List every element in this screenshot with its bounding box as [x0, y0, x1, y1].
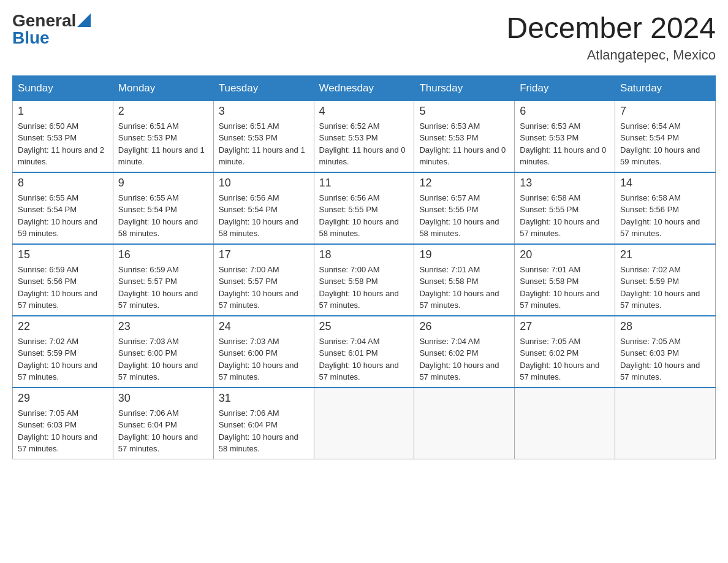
calendar-cell: 1Sunrise: 6:50 AMSunset: 5:53 PMDaylight… — [13, 101, 113, 172]
logo-blue: Blue — [12, 28, 50, 47]
calendar-cell: 9Sunrise: 6:55 AMSunset: 5:54 PMDaylight… — [113, 172, 213, 244]
day-number: 21 — [620, 248, 710, 261]
calendar-table: SundayMondayTuesdayWednesdayThursdayFrid… — [12, 75, 716, 459]
day-info: Sunrise: 7:02 AMSunset: 5:59 PMDaylight:… — [620, 264, 710, 312]
day-number: 23 — [118, 320, 208, 333]
day-info: Sunrise: 7:06 AMSunset: 6:04 PMDaylight:… — [219, 407, 309, 455]
day-number: 26 — [419, 320, 509, 333]
day-number: 14 — [620, 177, 710, 190]
calendar-cell: 21Sunrise: 7:02 AMSunset: 5:59 PMDayligh… — [615, 244, 716, 316]
logo-arrow-icon — [77, 13, 91, 27]
day-info: Sunrise: 7:02 AMSunset: 5:59 PMDaylight:… — [18, 335, 108, 383]
day-info: Sunrise: 6:52 AMSunset: 5:53 PMDaylight:… — [319, 120, 409, 168]
week-row-2: 8Sunrise: 6:55 AMSunset: 5:54 PMDaylight… — [13, 172, 716, 244]
day-info: Sunrise: 6:50 AMSunset: 5:53 PMDaylight:… — [18, 120, 108, 168]
logo-general: General — [12, 12, 76, 29]
day-number: 6 — [520, 105, 610, 118]
day-number: 11 — [319, 177, 409, 190]
day-info: Sunrise: 6:56 AMSunset: 5:55 PMDaylight:… — [319, 192, 409, 240]
calendar-cell: 2Sunrise: 6:51 AMSunset: 5:53 PMDaylight… — [113, 101, 213, 172]
week-row-5: 29Sunrise: 7:05 AMSunset: 6:03 PMDayligh… — [13, 388, 716, 459]
calendar-cell: 3Sunrise: 6:51 AMSunset: 5:53 PMDaylight… — [213, 101, 314, 172]
day-number: 3 — [219, 105, 309, 118]
day-number: 31 — [219, 392, 309, 405]
day-number: 5 — [419, 105, 509, 118]
calendar-cell: 7Sunrise: 6:54 AMSunset: 5:54 PMDaylight… — [615, 101, 716, 172]
day-info: Sunrise: 7:00 AMSunset: 5:57 PMDaylight:… — [219, 264, 309, 312]
calendar-cell: 27Sunrise: 7:05 AMSunset: 6:02 PMDayligh… — [515, 316, 615, 388]
day-info: Sunrise: 7:01 AMSunset: 5:58 PMDaylight:… — [520, 264, 610, 312]
day-number: 10 — [219, 177, 309, 190]
day-number: 9 — [118, 177, 208, 190]
day-info: Sunrise: 6:58 AMSunset: 5:56 PMDaylight:… — [620, 192, 710, 240]
day-number: 1 — [18, 105, 108, 118]
calendar-cell: 16Sunrise: 6:59 AMSunset: 5:57 PMDayligh… — [113, 244, 213, 316]
calendar-cell: 29Sunrise: 7:05 AMSunset: 6:03 PMDayligh… — [13, 388, 113, 459]
day-number: 20 — [520, 248, 610, 261]
calendar-cell — [515, 388, 615, 459]
day-header-sunday: Sunday — [13, 75, 113, 101]
day-number: 13 — [520, 177, 610, 190]
day-number: 22 — [18, 320, 108, 333]
location-subtitle: Atlangatepec, Mexico — [506, 47, 716, 63]
day-info: Sunrise: 6:53 AMSunset: 5:53 PMDaylight:… — [520, 120, 610, 168]
calendar-cell: 12Sunrise: 6:57 AMSunset: 5:55 PMDayligh… — [414, 172, 515, 244]
day-info: Sunrise: 6:57 AMSunset: 5:55 PMDaylight:… — [419, 192, 509, 240]
day-info: Sunrise: 7:05 AMSunset: 6:03 PMDaylight:… — [620, 335, 710, 383]
calendar-cell: 4Sunrise: 6:52 AMSunset: 5:53 PMDaylight… — [314, 101, 414, 172]
day-number: 29 — [18, 392, 108, 405]
day-number: 24 — [219, 320, 309, 333]
calendar-cell: 6Sunrise: 6:53 AMSunset: 5:53 PMDaylight… — [515, 101, 615, 172]
day-info: Sunrise: 7:03 AMSunset: 6:00 PMDaylight:… — [118, 335, 208, 383]
title-area: December 2024 Atlangatepec, Mexico — [506, 12, 716, 63]
calendar-cell: 13Sunrise: 6:58 AMSunset: 5:55 PMDayligh… — [515, 172, 615, 244]
day-header-tuesday: Tuesday — [213, 75, 314, 101]
calendar-cell: 23Sunrise: 7:03 AMSunset: 6:00 PMDayligh… — [113, 316, 213, 388]
day-number: 12 — [419, 177, 509, 190]
day-number: 15 — [18, 248, 108, 261]
day-number: 2 — [118, 105, 208, 118]
day-info: Sunrise: 7:00 AMSunset: 5:58 PMDaylight:… — [319, 264, 409, 312]
day-info: Sunrise: 7:05 AMSunset: 6:02 PMDaylight:… — [520, 335, 610, 383]
day-info: Sunrise: 6:59 AMSunset: 5:56 PMDaylight:… — [18, 264, 108, 312]
day-info: Sunrise: 6:59 AMSunset: 5:57 PMDaylight:… — [118, 264, 208, 312]
day-header-friday: Friday — [515, 75, 615, 101]
svg-marker-0 — [77, 13, 91, 27]
calendar-cell: 26Sunrise: 7:04 AMSunset: 6:02 PMDayligh… — [414, 316, 515, 388]
day-info: Sunrise: 6:51 AMSunset: 5:53 PMDaylight:… — [219, 120, 309, 168]
calendar-cell: 8Sunrise: 6:55 AMSunset: 5:54 PMDaylight… — [13, 172, 113, 244]
calendar-cell: 28Sunrise: 7:05 AMSunset: 6:03 PMDayligh… — [615, 316, 716, 388]
day-number: 7 — [620, 105, 710, 118]
day-number: 30 — [118, 392, 208, 405]
day-number: 18 — [319, 248, 409, 261]
calendar-cell: 14Sunrise: 6:58 AMSunset: 5:56 PMDayligh… — [615, 172, 716, 244]
calendar-cell: 30Sunrise: 7:06 AMSunset: 6:04 PMDayligh… — [113, 388, 213, 459]
page-header: General Blue December 2024 Atlangatepec,… — [12, 12, 716, 63]
day-info: Sunrise: 7:04 AMSunset: 6:01 PMDaylight:… — [319, 335, 409, 383]
day-info: Sunrise: 7:06 AMSunset: 6:04 PMDaylight:… — [118, 407, 208, 455]
calendar-cell: 25Sunrise: 7:04 AMSunset: 6:01 PMDayligh… — [314, 316, 414, 388]
day-number: 28 — [620, 320, 710, 333]
day-header-monday: Monday — [113, 75, 213, 101]
day-header-wednesday: Wednesday — [314, 75, 414, 101]
day-info: Sunrise: 7:03 AMSunset: 6:00 PMDaylight:… — [219, 335, 309, 383]
calendar-cell: 15Sunrise: 6:59 AMSunset: 5:56 PMDayligh… — [13, 244, 113, 316]
calendar-cell: 22Sunrise: 7:02 AMSunset: 5:59 PMDayligh… — [13, 316, 113, 388]
calendar-cell: 24Sunrise: 7:03 AMSunset: 6:00 PMDayligh… — [213, 316, 314, 388]
day-info: Sunrise: 6:58 AMSunset: 5:55 PMDaylight:… — [520, 192, 610, 240]
day-info: Sunrise: 6:55 AMSunset: 5:54 PMDaylight:… — [18, 192, 108, 240]
day-info: Sunrise: 6:51 AMSunset: 5:53 PMDaylight:… — [118, 120, 208, 168]
calendar-cell: 11Sunrise: 6:56 AMSunset: 5:55 PMDayligh… — [314, 172, 414, 244]
day-header-thursday: Thursday — [414, 75, 515, 101]
calendar-cell: 31Sunrise: 7:06 AMSunset: 6:04 PMDayligh… — [213, 388, 314, 459]
day-number: 4 — [319, 105, 409, 118]
day-info: Sunrise: 7:04 AMSunset: 6:02 PMDaylight:… — [419, 335, 509, 383]
day-info: Sunrise: 6:56 AMSunset: 5:54 PMDaylight:… — [219, 192, 309, 240]
calendar-cell: 18Sunrise: 7:00 AMSunset: 5:58 PMDayligh… — [314, 244, 414, 316]
day-header-row: SundayMondayTuesdayWednesdayThursdayFrid… — [13, 75, 716, 101]
calendar-cell — [414, 388, 515, 459]
calendar-cell — [615, 388, 716, 459]
day-number: 27 — [520, 320, 610, 333]
calendar-cell: 20Sunrise: 7:01 AMSunset: 5:58 PMDayligh… — [515, 244, 615, 316]
logo: General Blue — [12, 12, 91, 47]
